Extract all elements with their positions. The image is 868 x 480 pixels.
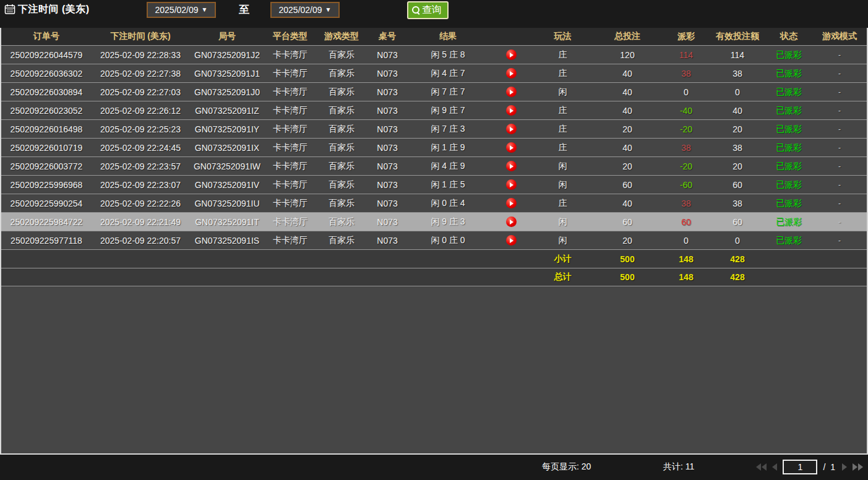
cell-video (489, 216, 533, 228)
cell-game-mode: - (812, 144, 867, 152)
betting-records-page: 下注时间 (美东) 2025/02/09 ▼ 至 2025/02/09 ▼ 查询… (0, 0, 868, 480)
cell-status: 已派彩 (765, 216, 812, 228)
cell-valid-bet: 20 (710, 161, 765, 171)
cell-valid-bet: 60 (710, 180, 765, 190)
first-page-icon[interactable] (756, 463, 767, 471)
table-row[interactable]: 250209226010719 2025-02-09 22:24:45 GN07… (1, 138, 867, 156)
cell-total-bet: 40 (592, 106, 663, 116)
filter-title: 下注时间 (美东) (18, 3, 90, 16)
filter-toolbar: 下注时间 (美东) 2025/02/09 ▼ 至 2025/02/09 ▼ 查询 (0, 0, 868, 28)
subtotal-label: 小计 (533, 254, 592, 265)
cell-order-id: 250209226044579 (1, 50, 92, 60)
page-input[interactable] (783, 460, 817, 474)
cell-video (489, 198, 533, 209)
cell-round-id: GN073252091J2 (189, 50, 265, 60)
date-to-select[interactable]: 2025/02/09 ▼ (270, 2, 340, 18)
play-video-icon[interactable] (506, 216, 517, 227)
play-video-icon[interactable] (506, 87, 517, 97)
play-video-icon[interactable] (506, 235, 517, 246)
prev-page-icon[interactable] (772, 463, 777, 471)
table-row[interactable]: 250209226003772 2025-02-09 22:23:57 GN07… (1, 156, 867, 175)
column-header-status: 状态 (765, 31, 812, 42)
cell-order-id: 250209226023052 (1, 106, 92, 116)
cell-video (489, 179, 533, 191)
query-button[interactable]: 查询 (407, 1, 449, 19)
play-video-icon[interactable] (506, 142, 517, 153)
cell-valid-bet: 38 (710, 199, 765, 208)
play-video-icon[interactable] (506, 198, 517, 208)
cell-table-no: N073 (367, 50, 407, 60)
cell-play-type: 闲 (533, 179, 592, 191)
cell-bet-time: 2025-02-09 22:23:57 (92, 161, 189, 171)
cell-platform: 卡卡湾厅 (265, 105, 316, 116)
cell-game-mode: - (812, 88, 867, 96)
table-row[interactable]: 250209225984722 2025-02-09 22:21:49 GN07… (1, 212, 867, 231)
table-row[interactable]: 250209225996968 2025-02-09 22:23:07 GN07… (1, 175, 867, 194)
cell-result: 闲 4 庄 9 (407, 161, 489, 172)
play-video-icon[interactable] (506, 105, 517, 116)
cell-game-type: 百家乐 (316, 105, 367, 116)
cell-game-type: 百家乐 (316, 87, 367, 98)
cell-total-bet: 40 (592, 69, 663, 79)
cell-play-type: 庄 (533, 68, 592, 79)
total-count-label: 共计: 11 (663, 455, 694, 479)
play-video-icon[interactable] (506, 68, 517, 79)
cell-video (489, 68, 533, 79)
cell-bet-time: 2025-02-09 22:26:12 (92, 106, 189, 116)
cell-total-bet: 40 (592, 87, 663, 97)
cell-game-mode: - (812, 69, 867, 78)
cell-play-type: 庄 (533, 124, 592, 135)
cell-game-mode: - (812, 181, 867, 189)
cell-play-type: 闲 (533, 216, 592, 228)
play-video-icon[interactable] (506, 124, 517, 134)
cell-game-mode: - (812, 106, 867, 115)
cell-game-type: 百家乐 (316, 235, 367, 246)
next-page-icon[interactable] (842, 463, 847, 471)
cell-platform: 卡卡湾厅 (265, 124, 316, 135)
cell-round-id: GN073252091J1 (189, 69, 265, 79)
cell-payout: 0 (663, 87, 710, 97)
cell-table-no: N073 (367, 217, 407, 227)
page-size-label: 每页显示: 20 (542, 455, 591, 479)
play-video-icon[interactable] (506, 179, 517, 190)
cell-status: 已派彩 (765, 198, 812, 209)
table-row[interactable]: 250209226044579 2025-02-09 22:28:33 GN07… (1, 45, 867, 64)
date-from-select[interactable]: 2025/02/09 ▼ (147, 2, 216, 18)
table-row[interactable]: 250209226030894 2025-02-09 22:27:03 GN07… (1, 82, 867, 101)
cell-game-mode: - (812, 51, 867, 59)
table-row[interactable]: 250209226036302 2025-02-09 22:27:38 GN07… (1, 64, 867, 82)
play-video-icon[interactable] (506, 49, 517, 60)
cell-round-id: GN073252091IX (189, 143, 265, 153)
table-row[interactable]: 250209225977118 2025-02-09 22:20:57 GN07… (1, 231, 867, 249)
cell-platform: 卡卡湾厅 (265, 68, 316, 79)
cell-round-id: GN073252091IZ (189, 106, 265, 116)
cell-video (489, 142, 533, 153)
cell-payout: 38 (663, 199, 710, 208)
column-header-game-mode: 游戏模式 (812, 31, 867, 42)
table-row[interactable]: 250209226016498 2025-02-09 22:25:23 GN07… (1, 119, 867, 138)
cell-game-type: 百家乐 (316, 142, 367, 153)
cell-video (489, 87, 533, 98)
cell-result: 闲 9 庄 3 (407, 216, 489, 228)
column-header-order-id: 订单号 (1, 31, 92, 42)
cell-video (489, 105, 533, 116)
cell-table-no: N073 (367, 143, 407, 153)
cell-payout: -20 (663, 124, 710, 134)
cell-status: 已派彩 (765, 161, 812, 172)
cell-status: 已派彩 (765, 179, 812, 191)
play-video-icon[interactable] (506, 161, 517, 171)
cell-result: 闲 9 庄 7 (407, 105, 489, 116)
cell-result: 闲 4 庄 7 (407, 68, 489, 79)
column-header-round-id: 局号 (189, 31, 265, 42)
cell-order-id: 250209225984722 (1, 217, 92, 227)
last-page-icon[interactable] (853, 463, 863, 471)
table-row[interactable]: 250209225990254 2025-02-09 22:22:26 GN07… (1, 194, 867, 212)
cell-platform: 卡卡湾厅 (265, 216, 316, 228)
column-header-table-no: 桌号 (367, 31, 407, 42)
grand-total-valid-bet: 428 (710, 272, 765, 282)
cell-status: 已派彩 (765, 124, 812, 135)
cell-payout: -40 (663, 106, 710, 116)
cell-order-id: 250209226003772 (1, 161, 92, 171)
cell-table-no: N073 (367, 180, 407, 190)
table-row[interactable]: 250209226023052 2025-02-09 22:26:12 GN07… (1, 101, 867, 119)
